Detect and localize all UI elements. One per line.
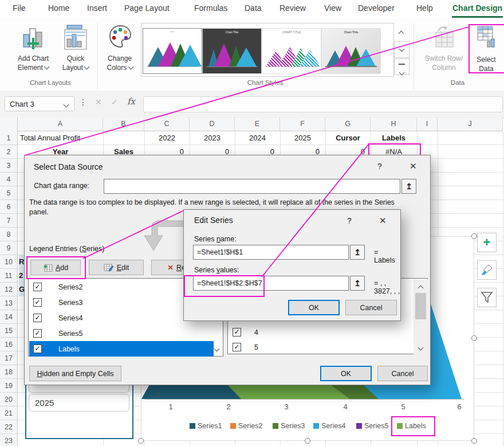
- cell-a11-partial[interactable]: 2: [19, 269, 24, 283]
- chart-handle-bottom-mid[interactable]: [305, 438, 310, 444]
- select-data-button[interactable]: SelectData: [472, 24, 501, 80]
- name-box-dropdown-icon[interactable]: [64, 102, 69, 108]
- legend-series3[interactable]: Series3: [273, 422, 305, 430]
- series-list-scroll-down-icon[interactable]: [215, 344, 219, 354]
- checkbox-checked-icon[interactable]: ✓: [33, 314, 42, 322]
- change-colors-button[interactable]: ChangeColors: [101, 23, 138, 80]
- menu-developer[interactable]: Developer: [358, 3, 395, 13]
- ok-button[interactable]: OK: [288, 300, 340, 315]
- gallery-more-button[interactable]: [394, 58, 410, 75]
- close-icon[interactable]: ✕: [410, 161, 417, 171]
- ok-button[interactable]: OK: [320, 366, 372, 381]
- chart-style-2[interactable]: Chart Title: [202, 28, 262, 74]
- chart-styles-button[interactable]: [477, 260, 497, 280]
- series-row-series5[interactable]: ✓Series5: [29, 326, 214, 341]
- menu-data[interactable]: Data: [245, 3, 262, 13]
- menu-view[interactable]: View: [324, 3, 341, 13]
- chart-data-range-input[interactable]: [104, 179, 400, 194]
- cell-g1[interactable]: Cursor: [325, 131, 371, 145]
- tab-chart-design[interactable]: Chart Design: [452, 3, 502, 13]
- edit-series-button[interactable]: Edit: [89, 260, 144, 275]
- cell-a12-partial[interactable]: G: [19, 283, 24, 296]
- legend-labels[interactable]: Labels: [397, 422, 426, 430]
- legend-series4[interactable]: Series4: [313, 422, 345, 430]
- add-series-button[interactable]: Add: [30, 260, 81, 275]
- chart-elements-button[interactable]: +: [477, 233, 497, 252]
- menu-help[interactable]: Help: [416, 3, 433, 13]
- series-values-input[interactable]: =Sheet1!$H$2:$H$7: [193, 276, 349, 291]
- chart-handle-right-mid[interactable]: [471, 335, 477, 341]
- series-row-labels[interactable]: ✓Labels: [29, 341, 214, 357]
- help-icon[interactable]: ?: [377, 162, 382, 171]
- chart-data-range-label: Chart data range:: [34, 182, 89, 190]
- col-header-j[interactable]: J: [438, 118, 503, 131]
- range-picker-icon[interactable]: ↥: [401, 179, 416, 194]
- cell-a1[interactable]: Total Annual Profit: [20, 131, 103, 145]
- checkbox-checked-icon[interactable]: ✓: [233, 328, 241, 337]
- col-header-d[interactable]: D: [190, 118, 235, 131]
- cell-a10-partial[interactable]: R: [19, 255, 24, 269]
- chart-style-3[interactable]: CHART TITLE: [262, 28, 321, 74]
- menu-formulas[interactable]: Formulas: [194, 3, 227, 13]
- chart-style-4[interactable]: Chart Title: [321, 28, 381, 74]
- scroll-up-icon[interactable]: [418, 285, 424, 291]
- menu-home[interactable]: Home: [48, 3, 69, 13]
- axis-list-scrollbar[interactable]: [414, 279, 428, 354]
- gallery-scroll-up-button[interactable]: [394, 24, 408, 40]
- legend-series5[interactable]: Series5: [356, 422, 388, 430]
- cell-f1[interactable]: 2025: [280, 131, 325, 145]
- col-header-h[interactable]: H: [371, 118, 417, 131]
- checkbox-checked-icon[interactable]: ✓: [33, 329, 42, 338]
- formula-bar-dots-icon[interactable]: ⋮: [79, 97, 87, 107]
- menu-review[interactable]: Review: [279, 3, 306, 13]
- cell-c1[interactable]: 2022: [144, 131, 190, 145]
- name-box[interactable]: Chart 3: [5, 96, 74, 111]
- axis-row-5[interactable]: ✓5: [229, 339, 400, 355]
- cancel-button[interactable]: Cancel: [345, 300, 397, 315]
- cell-h1[interactable]: Labels: [371, 131, 417, 145]
- col-header-i[interactable]: I: [417, 118, 438, 131]
- cell-d1[interactable]: 2023: [190, 131, 235, 145]
- gallery-scroll-down-button[interactable]: [394, 41, 410, 58]
- scroll-down-icon[interactable]: [418, 345, 424, 351]
- slicer-item-2025[interactable]: 2025: [29, 394, 129, 412]
- chart-handle-top-right[interactable]: [471, 233, 477, 239]
- range-picker-icon[interactable]: ↥: [350, 245, 365, 260]
- chevron-down-icon: [128, 64, 133, 70]
- series-name-input[interactable]: =Sheet1!$H$1: [193, 245, 349, 260]
- checkbox-checked-icon[interactable]: ✓: [233, 343, 241, 351]
- col-header-b[interactable]: B: [103, 118, 144, 131]
- col-header-e[interactable]: E: [235, 118, 280, 131]
- chart-handle-bottom-left[interactable]: [138, 438, 144, 444]
- help-icon[interactable]: ?: [347, 216, 352, 225]
- col-header-f[interactable]: F: [280, 118, 325, 131]
- quick-layout-icon: [64, 24, 89, 54]
- cell-e1[interactable]: 2024: [235, 131, 280, 145]
- menu-insert[interactable]: Insert: [87, 3, 107, 13]
- formula-input[interactable]: [143, 96, 503, 112]
- legend-series1[interactable]: Series1: [190, 422, 222, 430]
- checkbox-checked-icon[interactable]: ✓: [33, 345, 42, 353]
- close-icon[interactable]: ✕: [379, 216, 387, 226]
- col-header-c[interactable]: C: [144, 118, 190, 131]
- add-chart-element-button[interactable]: Add ChartElement: [9, 23, 58, 80]
- range-picker-icon[interactable]: ↥: [350, 276, 365, 291]
- scroll-thumb[interactable]: [415, 293, 426, 319]
- edit-series-dialog: Edit Series ? ✕ Series name: =Sheet1!$H$…: [183, 209, 401, 321]
- col-header-a[interactable]: A: [18, 118, 103, 131]
- menu-file[interactable]: File: [13, 3, 26, 13]
- checkbox-checked-icon[interactable]: ✓: [33, 298, 42, 307]
- select-data-icon: [477, 25, 497, 50]
- hidden-empty-cells-button[interactable]: Hidden and Empty Cells: [29, 366, 121, 381]
- cancel-button[interactable]: Cancel: [377, 366, 428, 381]
- chart-style-1[interactable]: ▪▪▪▪▪: [143, 28, 202, 74]
- col-header-g[interactable]: G: [325, 118, 371, 131]
- chart-filters-button[interactable]: [477, 288, 497, 307]
- insert-function-icon[interactable]: fx: [127, 96, 135, 107]
- chart-handle-bottom-right[interactable]: [471, 438, 477, 444]
- menu-page-layout[interactable]: Page Layout: [124, 3, 170, 13]
- checkbox-checked-icon[interactable]: ✓: [33, 283, 42, 291]
- legend-series2[interactable]: Series2: [230, 422, 262, 430]
- axis-row-4[interactable]: ✓4: [229, 324, 400, 340]
- quick-layout-button[interactable]: QuickLayout: [58, 23, 93, 80]
